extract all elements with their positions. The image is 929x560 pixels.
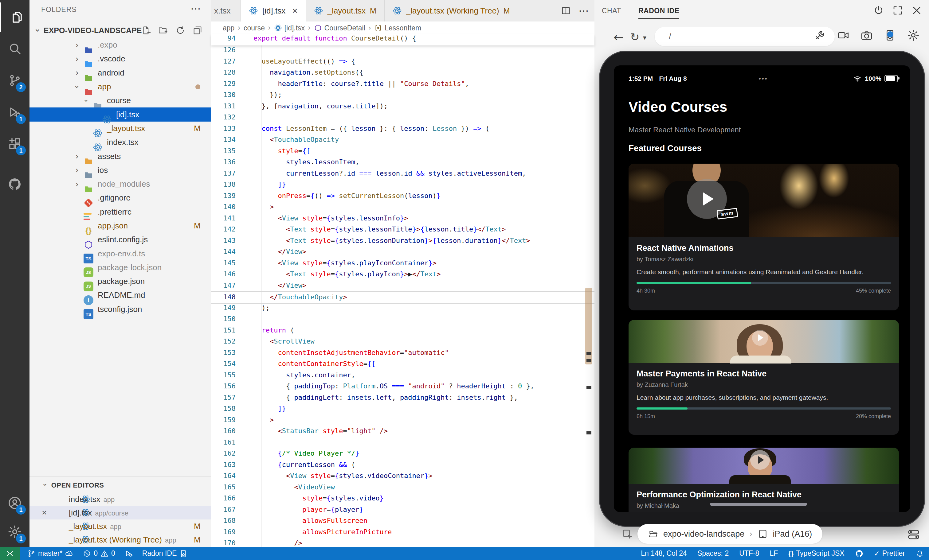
course-video-thumbnail[interactable]: [629, 448, 899, 484]
open-editor--layout-tsx-Working-Tree-[interactable]: _layout.tsx (Working Tree)appM: [29, 533, 211, 546]
camera-icon[interactable]: [860, 29, 873, 42]
split-editor-icon[interactable]: [561, 6, 571, 16]
code-line-148: 148 </TouchableOpacity>: [211, 291, 595, 304]
line-number: 139: [215, 190, 236, 202]
tree-item-eslint-config-js[interactable]: eslint.config.js: [29, 233, 211, 246]
folders-more-icon[interactable]: ⋯: [190, 3, 201, 15]
tree-item-app-json[interactable]: {}app.jsonM: [29, 219, 211, 233]
tab-x-tsx[interactable]: x.tsx: [211, 0, 241, 21]
activity-settings[interactable]: 1: [0, 517, 29, 546]
ipad-screen[interactable]: 1:52 PM Fri Aug 8 ••• 100% Video Courses…: [614, 66, 910, 512]
eol[interactable]: LF: [770, 549, 778, 557]
tree-item-package-json[interactable]: JSpackage.json: [29, 274, 211, 288]
indentation[interactable]: Spaces: 2: [698, 549, 729, 557]
tree-item-index-tsx[interactable]: index.tsx: [29, 135, 211, 149]
activity-account[interactable]: 1: [0, 488, 29, 518]
play-button[interactable]: [750, 450, 770, 470]
debug-status[interactable]: [124, 549, 133, 558]
tree-item-README-md[interactable]: iREADME.md: [29, 288, 211, 302]
expand-icon[interactable]: [892, 5, 903, 16]
code-area[interactable]: 126127 useLayoutEffect(() => {128 naviga…: [211, 45, 595, 547]
device-settings-icon[interactable]: [907, 528, 920, 541]
close-icon[interactable]: ×: [292, 6, 298, 16]
course-card-3[interactable]: Performance Optimization in React Native…: [629, 448, 899, 512]
git-branch[interactable]: master*: [27, 549, 74, 558]
tree-item-assets[interactable]: ›assets: [29, 149, 211, 163]
back-button[interactable]: ←: [613, 30, 624, 44]
breadcrumb-item[interactable]: CourseDetail: [314, 24, 365, 32]
problems[interactable]: 00: [83, 549, 115, 558]
course-video-thumbnail[interactable]: swm: [629, 164, 899, 237]
code-line-145: 145 <View style={styles.playIconContaine…: [211, 258, 595, 269]
tree-item-app[interactable]: ›app: [29, 80, 211, 93]
tree-item--gitignore[interactable]: .gitignore: [29, 191, 211, 205]
tree-item--expo[interactable]: ›.expo: [29, 38, 211, 52]
more-actions-icon[interactable]: ⋯: [578, 5, 589, 17]
breadcrumb-item[interactable]: [id].tsx: [274, 24, 305, 32]
tree-item-expo-env-d-ts[interactable]: TSexpo-env.d.ts: [29, 246, 211, 260]
tree-item-tsconfig-json[interactable]: TStsconfig.json: [29, 302, 211, 316]
chevron-icon: ›: [73, 41, 81, 49]
notifications[interactable]: [915, 549, 924, 558]
panel-tab-radon-ide[interactable]: RADON IDE: [638, 0, 679, 21]
inspect-element-icon[interactable]: [621, 528, 634, 541]
panel-tab-chat[interactable]: CHAT: [602, 0, 621, 21]
refresh-icon[interactable]: [175, 25, 185, 36]
code-line-130: 130 });: [211, 89, 595, 101]
tab--id-tsx[interactable]: [id].tsx×: [241, 0, 306, 21]
activity-extensions[interactable]: 1: [0, 129, 29, 158]
course-video-thumbnail[interactable]: [629, 320, 899, 363]
power-icon[interactable]: [873, 5, 884, 16]
breadcrumb-item[interactable]: app: [223, 24, 235, 32]
new-folder-icon[interactable]: [158, 25, 169, 36]
sticky-scroll-line[interactable]: 94export default function CourseDetail()…: [211, 34, 595, 46]
open-editor--id-tsx[interactable]: ×[id].tsxapp/course: [29, 506, 211, 519]
chevron-icon: ›: [73, 55, 81, 63]
video-scrubber[interactable]: [710, 503, 807, 506]
breadcrumb-item[interactable]: course: [244, 24, 265, 32]
device-selector[interactable]: expo-video-landscape › iPad (A16): [638, 524, 822, 544]
encoding[interactable]: UTF-8: [739, 549, 759, 557]
tree-item--layout-tsx[interactable]: _layout.tsxM: [29, 122, 211, 135]
reload-button[interactable]: ↻: [630, 31, 639, 43]
course-card-2[interactable]: Master Payments in React Nativeby Zuzann…: [629, 320, 899, 435]
url-bar[interactable]: /: [655, 27, 835, 46]
github-status[interactable]: [855, 549, 863, 558]
activity-run-debug[interactable]: 1: [0, 98, 29, 127]
tree-item--vscode[interactable]: ›.vscode: [29, 52, 211, 66]
breadcrumb-separator: ›: [308, 24, 311, 32]
tab--layout-tsx[interactable]: _layout.tsxM: [306, 0, 385, 21]
settings-icon[interactable]: [907, 29, 920, 42]
language-mode[interactable]: {}TypeScript JSX: [788, 549, 844, 557]
reload-dropdown-icon[interactable]: ▾: [643, 34, 646, 41]
course-card-1[interactable]: swmReact Native Animationsby Tomasz Zawa…: [629, 164, 899, 311]
radon-ide-status[interactable]: Radon IDE: [142, 549, 188, 558]
activity-source-control[interactable]: 2: [0, 66, 29, 95]
activity-search[interactable]: [0, 34, 29, 63]
tab--layout-tsx-Working-Tree-[interactable]: _layout.tsx (Working Tree)M: [385, 0, 518, 21]
open-editors-header[interactable]: › OPEN EDITORS: [41, 481, 104, 490]
code-line-162: 162 {/* Video Player */}: [211, 448, 595, 459]
tree-item-course[interactable]: ›course: [29, 93, 211, 107]
tree-item--id-tsx[interactable]: [id].tsx: [29, 107, 211, 121]
tree-item-package-lock-json[interactable]: JSpackage-lock.json: [29, 261, 211, 274]
close-icon[interactable]: [911, 5, 922, 16]
breadcrumb-item[interactable]: LessonItem: [374, 24, 421, 32]
cursor-position[interactable]: Ln 148, Col 24: [641, 549, 687, 557]
tree-item-node-modules[interactable]: ›node_modules: [29, 177, 211, 191]
tree-item--prettierrc[interactable]: .prettierrc: [29, 205, 211, 219]
tree-item-ios[interactable]: ›ios: [29, 163, 211, 177]
open-editor-index-tsx[interactable]: index.tsxapp: [29, 493, 211, 506]
activity-explorer[interactable]: [0, 3, 29, 32]
collapse-all-icon[interactable]: [192, 25, 203, 36]
close-icon[interactable]: ×: [42, 508, 47, 518]
videocam-icon[interactable]: [837, 29, 850, 42]
open-editor--layout-tsx[interactable]: _layout.tsxappM: [29, 519, 211, 533]
remote-indicator[interactable]: [0, 547, 20, 560]
formatter[interactable]: ✓Prettier: [874, 549, 905, 557]
wrench-icon[interactable]: [814, 29, 826, 42]
play-button[interactable]: [752, 330, 768, 346]
activity-github[interactable]: [0, 170, 29, 199]
new-file-icon[interactable]: [141, 25, 151, 36]
tree-item-android[interactable]: ›android: [29, 66, 211, 80]
